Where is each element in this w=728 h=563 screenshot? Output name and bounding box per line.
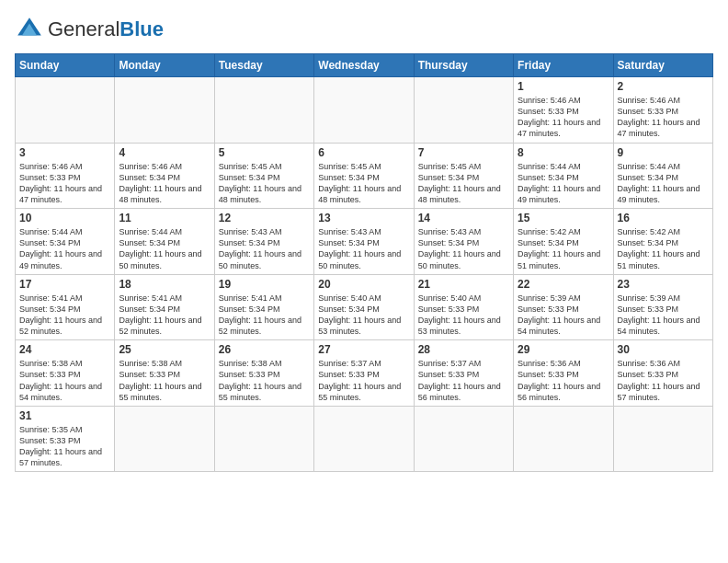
- day-info: Sunrise: 5:36 AM Sunset: 5:33 PM Dayligh…: [618, 358, 709, 403]
- calendar-week-row: 31Sunrise: 5:35 AM Sunset: 5:33 PM Dayli…: [16, 406, 713, 472]
- calendar-cell: 14Sunrise: 5:43 AM Sunset: 5:34 PM Dayli…: [414, 209, 513, 275]
- calendar-cell: 26Sunrise: 5:38 AM Sunset: 5:33 PM Dayli…: [214, 340, 313, 407]
- weekday-header: Saturday: [613, 54, 712, 77]
- day-number: 30: [618, 343, 709, 356]
- day-info: Sunrise: 5:42 AM Sunset: 5:34 PM Dayligh…: [618, 226, 709, 271]
- calendar-cell: 13Sunrise: 5:43 AM Sunset: 5:34 PM Dayli…: [314, 209, 414, 275]
- calendar-cell: 16Sunrise: 5:42 AM Sunset: 5:34 PM Dayli…: [613, 209, 712, 275]
- day-info: Sunrise: 5:46 AM Sunset: 5:34 PM Dayligh…: [119, 161, 210, 206]
- calendar-cell: 20Sunrise: 5:40 AM Sunset: 5:34 PM Dayli…: [314, 274, 414, 340]
- day-info: Sunrise: 5:42 AM Sunset: 5:34 PM Dayligh…: [518, 226, 609, 271]
- day-info: Sunrise: 5:46 AM Sunset: 5:33 PM Dayligh…: [19, 161, 110, 206]
- calendar-cell: 2Sunrise: 5:46 AM Sunset: 5:33 PM Daylig…: [613, 77, 712, 144]
- calendar-cell: 23Sunrise: 5:39 AM Sunset: 5:33 PM Dayli…: [613, 274, 712, 340]
- day-number: 11: [119, 212, 210, 224]
- day-info: Sunrise: 5:38 AM Sunset: 5:33 PM Dayligh…: [19, 358, 110, 403]
- day-info: Sunrise: 5:43 AM Sunset: 5:34 PM Dayligh…: [418, 226, 509, 271]
- weekday-header: Sunday: [16, 54, 115, 77]
- calendar-cell: [214, 406, 313, 472]
- day-info: Sunrise: 5:41 AM Sunset: 5:34 PM Dayligh…: [119, 293, 210, 338]
- weekday-header-row: SundayMondayTuesdayWednesdayThursdayFrid…: [16, 54, 713, 77]
- day-number: 20: [318, 278, 409, 291]
- calendar-week-row: 24Sunrise: 5:38 AM Sunset: 5:33 PM Dayli…: [16, 340, 713, 407]
- calendar-cell: 12Sunrise: 5:43 AM Sunset: 5:34 PM Dayli…: [214, 209, 313, 275]
- day-number: 26: [219, 343, 310, 356]
- logo-icon: [15, 15, 44, 44]
- calendar-cell: [214, 77, 313, 144]
- day-number: 18: [119, 278, 210, 291]
- day-number: 24: [19, 343, 110, 356]
- day-number: 17: [19, 278, 110, 291]
- day-info: Sunrise: 5:44 AM Sunset: 5:34 PM Dayligh…: [119, 226, 210, 271]
- day-info: Sunrise: 5:36 AM Sunset: 5:33 PM Dayligh…: [518, 358, 609, 403]
- day-number: 4: [119, 146, 210, 159]
- day-number: 15: [518, 212, 609, 224]
- day-info: Sunrise: 5:44 AM Sunset: 5:34 PM Dayligh…: [618, 161, 709, 206]
- day-number: 12: [219, 212, 310, 224]
- calendar-week-row: 17Sunrise: 5:41 AM Sunset: 5:34 PM Dayli…: [16, 274, 713, 340]
- day-info: Sunrise: 5:39 AM Sunset: 5:33 PM Dayligh…: [618, 293, 709, 338]
- calendar-cell: [514, 406, 613, 472]
- calendar-cell: [115, 406, 214, 472]
- day-number: 13: [318, 212, 409, 224]
- day-info: Sunrise: 5:43 AM Sunset: 5:34 PM Dayligh…: [219, 226, 310, 271]
- day-info: Sunrise: 5:40 AM Sunset: 5:33 PM Dayligh…: [418, 293, 509, 338]
- calendar-cell: 4Sunrise: 5:46 AM Sunset: 5:34 PM Daylig…: [115, 143, 214, 209]
- calendar-week-row: 1Sunrise: 5:46 AM Sunset: 5:33 PM Daylig…: [16, 77, 713, 144]
- weekday-header: Wednesday: [314, 54, 414, 77]
- calendar-cell: 25Sunrise: 5:38 AM Sunset: 5:33 PM Dayli…: [115, 340, 214, 407]
- calendar-cell: [16, 77, 115, 144]
- day-info: Sunrise: 5:45 AM Sunset: 5:34 PM Dayligh…: [318, 161, 409, 206]
- day-number: 25: [119, 343, 210, 356]
- day-number: 31: [19, 409, 110, 422]
- calendar-cell: 8Sunrise: 5:44 AM Sunset: 5:34 PM Daylig…: [514, 143, 613, 209]
- day-info: Sunrise: 5:37 AM Sunset: 5:33 PM Dayligh…: [418, 358, 509, 403]
- calendar-cell: 7Sunrise: 5:45 AM Sunset: 5:34 PM Daylig…: [414, 143, 513, 209]
- day-info: Sunrise: 5:45 AM Sunset: 5:34 PM Dayligh…: [418, 161, 509, 206]
- calendar-cell: 19Sunrise: 5:41 AM Sunset: 5:34 PM Dayli…: [214, 274, 313, 340]
- day-number: 3: [19, 146, 110, 159]
- day-info: Sunrise: 5:46 AM Sunset: 5:33 PM Dayligh…: [518, 95, 609, 140]
- day-number: 21: [418, 278, 509, 291]
- calendar-cell: 22Sunrise: 5:39 AM Sunset: 5:33 PM Dayli…: [514, 274, 613, 340]
- calendar-cell: 1Sunrise: 5:46 AM Sunset: 5:33 PM Daylig…: [514, 77, 613, 144]
- calendar-cell: 21Sunrise: 5:40 AM Sunset: 5:33 PM Dayli…: [414, 274, 513, 340]
- calendar-cell: 6Sunrise: 5:45 AM Sunset: 5:34 PM Daylig…: [314, 143, 414, 209]
- calendar-cell: [414, 406, 513, 472]
- calendar-week-row: 3Sunrise: 5:46 AM Sunset: 5:33 PM Daylig…: [16, 143, 713, 209]
- weekday-header: Thursday: [414, 54, 513, 77]
- day-number: 28: [418, 343, 509, 356]
- day-number: 10: [19, 212, 110, 224]
- calendar-cell: 18Sunrise: 5:41 AM Sunset: 5:34 PM Dayli…: [115, 274, 214, 340]
- day-number: 1: [518, 80, 609, 93]
- calendar-cell: [414, 77, 513, 144]
- calendar-cell: 24Sunrise: 5:38 AM Sunset: 5:33 PM Dayli…: [16, 340, 115, 407]
- weekday-header: Tuesday: [214, 54, 313, 77]
- day-info: Sunrise: 5:44 AM Sunset: 5:34 PM Dayligh…: [518, 161, 609, 206]
- day-info: Sunrise: 5:37 AM Sunset: 5:33 PM Dayligh…: [318, 358, 409, 403]
- day-info: Sunrise: 5:38 AM Sunset: 5:33 PM Dayligh…: [219, 358, 310, 403]
- day-info: Sunrise: 5:38 AM Sunset: 5:33 PM Dayligh…: [119, 358, 210, 403]
- day-info: Sunrise: 5:41 AM Sunset: 5:34 PM Dayligh…: [219, 293, 310, 338]
- calendar-week-row: 10Sunrise: 5:44 AM Sunset: 5:34 PM Dayli…: [16, 209, 713, 275]
- calendar-cell: [314, 77, 414, 144]
- day-info: Sunrise: 5:45 AM Sunset: 5:34 PM Dayligh…: [219, 161, 310, 206]
- calendar-cell: 3Sunrise: 5:46 AM Sunset: 5:33 PM Daylig…: [16, 143, 115, 209]
- day-number: 27: [318, 343, 409, 356]
- calendar-cell: 5Sunrise: 5:45 AM Sunset: 5:34 PM Daylig…: [214, 143, 313, 209]
- day-info: Sunrise: 5:41 AM Sunset: 5:34 PM Dayligh…: [19, 293, 110, 338]
- day-number: 16: [618, 212, 709, 224]
- day-info: Sunrise: 5:40 AM Sunset: 5:34 PM Dayligh…: [318, 293, 409, 338]
- logo: GeneralBlue: [15, 15, 164, 44]
- calendar-cell: 15Sunrise: 5:42 AM Sunset: 5:34 PM Dayli…: [514, 209, 613, 275]
- calendar-cell: 29Sunrise: 5:36 AM Sunset: 5:33 PM Dayli…: [514, 340, 613, 407]
- page-header: GeneralBlue: [15, 15, 713, 44]
- calendar-cell: [314, 406, 414, 472]
- weekday-header: Monday: [115, 54, 214, 77]
- calendar-cell: 28Sunrise: 5:37 AM Sunset: 5:33 PM Dayli…: [414, 340, 513, 407]
- day-number: 5: [219, 146, 310, 159]
- day-number: 19: [219, 278, 310, 291]
- day-number: 2: [618, 80, 709, 93]
- day-number: 29: [518, 343, 609, 356]
- calendar-cell: 31Sunrise: 5:35 AM Sunset: 5:33 PM Dayli…: [16, 406, 115, 472]
